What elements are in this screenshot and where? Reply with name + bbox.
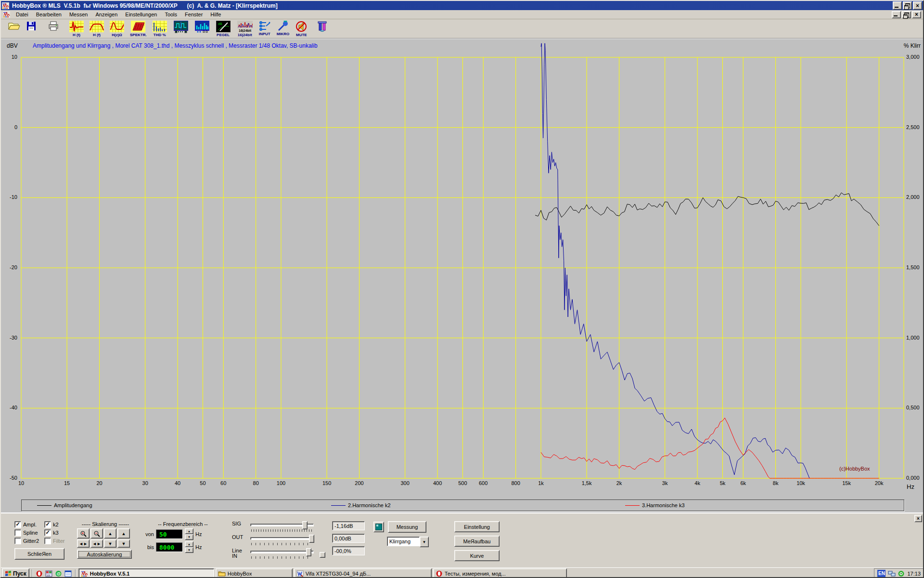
save-button[interactable] bbox=[24, 20, 38, 39]
bis-spin-down[interactable]: ▼ bbox=[185, 547, 193, 553]
start-button[interactable]: Пуск bbox=[2, 568, 29, 578]
checkbox-spline[interactable]: Spline bbox=[14, 529, 44, 536]
display-options: ✓Ampl.✓k2Spline✓k3Gitter2Filter SchlieЯe… bbox=[14, 521, 68, 560]
scale-up-button-1[interactable]: ▲ bbox=[104, 528, 116, 539]
application-window: HobbyBox ® MLS V.5.1b fьr Windows 95/98/… bbox=[0, 0, 924, 578]
minimize-button[interactable] bbox=[893, 1, 902, 10]
slider-track[interactable] bbox=[250, 537, 314, 540]
bis-field[interactable]: 8000 bbox=[156, 542, 183, 552]
frequency-hf-button[interactable]: H (f) bbox=[89, 20, 105, 39]
restore-button[interactable] bbox=[903, 1, 912, 10]
messung-button[interactable]: Messung bbox=[388, 521, 426, 533]
quicklaunch-ie-icon[interactable] bbox=[64, 569, 73, 578]
input-button[interactable]: INPUT bbox=[257, 20, 272, 39]
bis-label: bis bbox=[142, 544, 154, 550]
tray-antivirus-icon[interactable] bbox=[898, 570, 905, 577]
frequency-hf-icon bbox=[90, 21, 104, 32]
messaufbau-button[interactable]: MeЯaufbau bbox=[454, 536, 500, 547]
mute-button[interactable]: MUTE bbox=[294, 20, 308, 39]
x-axis-tick: 10 bbox=[11, 480, 32, 486]
menu-item-messen[interactable]: Messen bbox=[65, 11, 92, 18]
slider-out[interactable] bbox=[250, 535, 313, 545]
impedance-hz-button[interactable]: H(z)Ω bbox=[109, 20, 125, 39]
taskbar-task[interactable]: Vifa XT25TG30-04_94 дБ... bbox=[294, 568, 432, 578]
klirrgang-dropdown-button[interactable]: ▼ bbox=[420, 537, 429, 547]
taskbar-task[interactable]: HobbyBox V.5.1 bbox=[78, 568, 214, 578]
von-spin-up[interactable]: ▲ bbox=[185, 528, 193, 534]
bis-spin-up[interactable]: ▲ bbox=[185, 541, 193, 547]
taskbar-divider bbox=[75, 569, 76, 578]
scale-down-button-2[interactable]: ▼ bbox=[117, 539, 130, 548]
taskbar-task[interactable]: Тесты, измерения, мод... bbox=[433, 568, 567, 578]
menu-item-anzeigen[interactable]: Anzeigen bbox=[91, 11, 121, 18]
spektr-icon bbox=[131, 21, 145, 32]
windows-logo-icon bbox=[5, 570, 12, 577]
menu-item-einstellungen[interactable]: Einstellungen bbox=[121, 11, 161, 18]
zoom-in-button[interactable] bbox=[77, 528, 90, 539]
quicklaunch-media-icon[interactable]: 123 bbox=[45, 569, 53, 578]
measure-led-button[interactable] bbox=[373, 522, 384, 532]
oscilloscope-button[interactable] bbox=[173, 20, 189, 39]
kurve-button[interactable]: Kurve bbox=[454, 550, 500, 561]
tray-network-icon[interactable] bbox=[888, 570, 896, 577]
slider-thumb[interactable] bbox=[306, 548, 311, 556]
zoom-out-icon bbox=[93, 530, 100, 537]
thd-button[interactable]: THD % bbox=[152, 20, 168, 39]
line-in-option-box[interactable] bbox=[320, 552, 325, 558]
slider-thumb[interactable] bbox=[309, 535, 314, 543]
checkbox-k3[interactable]: ✓k3 bbox=[44, 529, 68, 536]
columns-button[interactable] bbox=[315, 20, 330, 39]
slider-row-line-in: Line IN bbox=[232, 548, 323, 559]
schliessen-button[interactable]: SchlieЯen bbox=[14, 548, 64, 560]
klirrgang-select[interactable]: Klirrgang bbox=[387, 537, 420, 546]
slider-row-sig: SIG bbox=[232, 521, 323, 532]
slider-sig[interactable] bbox=[250, 521, 313, 532]
child-window-icon[interactable] bbox=[3, 11, 10, 18]
zoom-out-button[interactable] bbox=[90, 528, 103, 539]
child-minimize-button[interactable] bbox=[892, 11, 901, 18]
pan-left-right-button-2[interactable]: ◄► bbox=[90, 539, 103, 548]
von-field[interactable]: 50 bbox=[156, 529, 183, 539]
menu-item-datei[interactable]: Datei bbox=[12, 11, 32, 18]
quicklaunch-icq-icon[interactable]: @ bbox=[54, 569, 63, 578]
pegel-icon: dB bbox=[216, 21, 231, 32]
spektr-button[interactable]: SPEKTR. bbox=[129, 20, 148, 39]
pegel-button[interactable]: dBPEGEL bbox=[215, 20, 231, 39]
pan-left-right-button-1[interactable]: ◄► bbox=[77, 539, 90, 548]
print-button[interactable] bbox=[46, 20, 61, 39]
language-indicator[interactable]: EN bbox=[877, 570, 886, 578]
mikro-button[interactable]: MIKRO bbox=[276, 20, 291, 39]
menu-item-tools[interactable]: Tools bbox=[161, 11, 181, 18]
bitdepth-button[interactable]: 16|24bit16|24bit bbox=[236, 20, 254, 39]
menu-item-fenster[interactable]: Fenster bbox=[181, 11, 206, 18]
toolbar-label: H (t) bbox=[73, 33, 80, 37]
von-spin-down[interactable]: ▼ bbox=[185, 534, 193, 540]
open-folder-button[interactable] bbox=[7, 20, 21, 39]
panel-close-button[interactable]: × bbox=[914, 515, 922, 522]
child-close-button[interactable]: × bbox=[912, 11, 921, 18]
scale-down-button-1[interactable]: ▼ bbox=[104, 539, 116, 548]
slider-label: OUT bbox=[232, 535, 247, 540]
slider-thumb[interactable] bbox=[302, 521, 308, 529]
impulse-ht-button[interactable]: H (t) bbox=[68, 20, 85, 39]
scale-up-button-2[interactable]: ▲ bbox=[117, 528, 130, 539]
checkbox-ampl[interactable]: ✓Ampl. bbox=[14, 521, 44, 528]
slider-line-in[interactable] bbox=[250, 548, 313, 559]
slider-track[interactable] bbox=[250, 551, 314, 553]
taskbar-task[interactable]: HobbyBox bbox=[216, 568, 293, 578]
autoskalierung-button[interactable]: Autoskalierung bbox=[77, 550, 132, 559]
einstellung-button[interactable]: Einstellung bbox=[454, 521, 500, 532]
quicklaunch-opera-icon[interactable] bbox=[35, 569, 44, 578]
right-axis-tick: 1,000 bbox=[906, 335, 920, 341]
child-restore-button[interactable] bbox=[902, 11, 911, 18]
x-axis-tick: 3k bbox=[654, 480, 676, 486]
legend-entry: Amplitudengang bbox=[22, 502, 316, 508]
menu-item-hilfe[interactable]: Hilfe bbox=[206, 11, 225, 18]
x-axis-tick: 600 bbox=[473, 480, 494, 486]
checkbox-k2[interactable]: ✓k2 bbox=[44, 521, 68, 528]
close-button[interactable]: × bbox=[913, 1, 922, 10]
menu-item-bearbeiten[interactable]: Bearbeiten bbox=[32, 11, 65, 18]
level-bars-button[interactable] bbox=[194, 20, 210, 39]
checkbox-gitter2[interactable]: Gitter2 bbox=[14, 538, 44, 544]
legend-line-sample bbox=[625, 505, 640, 506]
